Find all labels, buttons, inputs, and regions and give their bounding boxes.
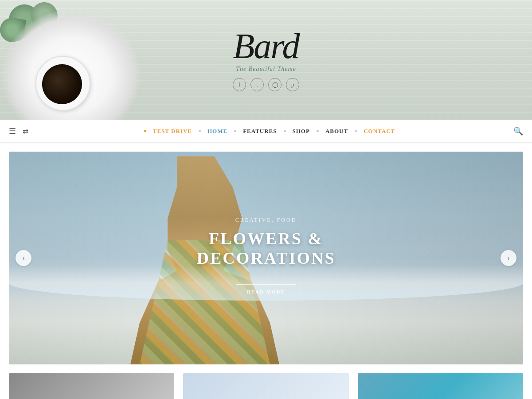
nav-dot-1 (199, 130, 201, 132)
social-icons-group: f t ◯ p (233, 78, 299, 91)
hero-slider: CREATIVE, FOOD FLOWERS & DECORATIONS REA… (9, 152, 523, 364)
nav-dot-3 (284, 130, 286, 132)
coffee-cup-decoration (0, 9, 142, 120)
thumbnail-3[interactable] (358, 373, 523, 399)
nav-item-about[interactable]: ABOUT (322, 128, 352, 135)
nav-item-shop[interactable]: SHOP (289, 128, 313, 135)
site-title: Bard (233, 28, 299, 64)
slider-image: CREATIVE, FOOD FLOWERS & DECORATIONS REA… (9, 152, 523, 364)
thumbnails-row (9, 373, 523, 399)
facebook-icon[interactable]: f (233, 78, 246, 91)
site-navigation: ☰ ⇄ TEST DRIVE HOME FEATURES SHOP ABOUT … (0, 120, 532, 143)
header-content: Bard The Beautiful Theme f t ◯ p (233, 28, 299, 91)
nav-dot-before-testdrive (144, 130, 146, 132)
slider-read-more-button[interactable]: READ MORE (236, 284, 296, 299)
site-tagline: The Beautiful Theme (233, 66, 299, 73)
hamburger-menu-icon[interactable]: ☰ (9, 126, 16, 136)
refresh-icon[interactable]: ⇄ (23, 127, 28, 135)
nav-left-controls: ☰ ⇄ (9, 126, 28, 136)
nav-item-home[interactable]: HOME (204, 128, 231, 135)
nav-dot-4 (317, 130, 319, 132)
slider-divider (259, 275, 273, 275)
search-icon[interactable]: 🔍 (513, 126, 523, 136)
instagram-icon[interactable]: ◯ (268, 78, 282, 91)
nav-links: TEST DRIVE HOME FEATURES SHOP ABOUT CONT… (28, 128, 513, 135)
slider-next-button[interactable]: › (501, 250, 516, 266)
main-content: CREATIVE, FOOD FLOWERS & DECORATIONS REA… (0, 143, 532, 399)
nav-dot-5 (355, 130, 357, 132)
slider-text-content: CREATIVE, FOOD FLOWERS & DECORATIONS REA… (137, 217, 395, 299)
slider-category: CREATIVE, FOOD (137, 217, 395, 223)
pinterest-icon[interactable]: p (286, 78, 299, 91)
thumbnail-2[interactable] (183, 373, 348, 399)
site-header: Bard The Beautiful Theme f t ◯ p (0, 0, 532, 120)
thumbnail-1[interactable] (9, 373, 174, 399)
nav-item-features[interactable]: FEATURES (239, 128, 280, 135)
slider-prev-button[interactable]: ‹ (16, 250, 31, 266)
twitter-icon[interactable]: t (250, 78, 264, 91)
slider-title: FLOWERS & DECORATIONS (137, 229, 395, 268)
nav-item-contact[interactable]: CONTACT (360, 128, 399, 135)
nav-item-testdrive[interactable]: TEST DRIVE (149, 128, 196, 135)
nav-dot-2 (234, 130, 236, 132)
